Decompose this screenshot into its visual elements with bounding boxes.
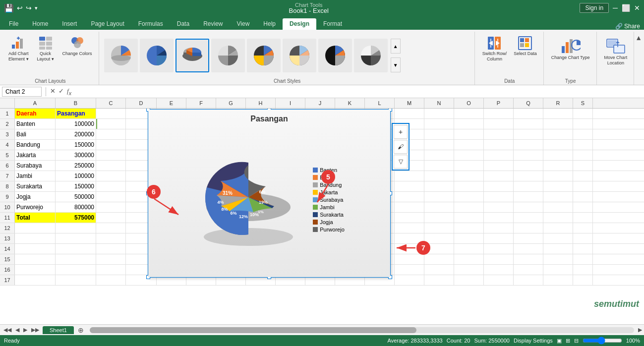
chart-style-7[interactable] [318, 39, 352, 72]
cell-B1[interactable]: Pasangan [56, 109, 96, 118]
view-layout-icon[interactable]: ⊞ [566, 338, 570, 344]
change-colors-button[interactable]: Change Colors [60, 34, 95, 58]
tab-formulas[interactable]: Formulas [131, 18, 170, 30]
col-header-B[interactable]: B [56, 98, 96, 108]
cell-B4[interactable]: 150000 [56, 140, 96, 150]
cell-R1[interactable] [543, 109, 573, 118]
cell-A10[interactable]: Purworejo [15, 202, 56, 212]
col-header-C[interactable]: C [96, 98, 126, 108]
cell-B3[interactable]: 200000 [56, 129, 96, 139]
cell-B5[interactable]: 300000 [56, 150, 96, 160]
tab-home[interactable]: Home [25, 18, 55, 30]
cell-A4[interactable]: Bandung [15, 140, 56, 150]
col-header-A[interactable]: A [15, 98, 56, 108]
cell-S1[interactable] [573, 109, 593, 118]
tab-insert[interactable]: Insert [55, 18, 84, 30]
view-page-break-icon[interactable]: ⊟ [574, 338, 579, 344]
add-sheet-button[interactable]: ⊕ [74, 325, 88, 335]
sheet-tab-1[interactable]: Sheet1 [43, 326, 74, 334]
col-header-F[interactable]: F [186, 98, 216, 108]
cell-B8[interactable]: 150000 [56, 181, 96, 191]
horizontal-scrollbar[interactable] [90, 327, 634, 333]
gallery-up-arrow[interactable]: ▲ [391, 39, 401, 54]
cell-A1[interactable]: Daerah [15, 109, 56, 118]
save-icon[interactable]: 💾 [4, 3, 14, 13]
col-header-Q[interactable]: Q [514, 98, 543, 108]
chart-style-3[interactable] [176, 39, 209, 72]
col-header-N[interactable]: N [424, 98, 454, 108]
cancel-formula-icon[interactable]: ✕ [50, 87, 56, 96]
add-chart-element-button[interactable]: Add ChartElement ▾ [6, 34, 31, 63]
scrollbar-thumb[interactable] [90, 327, 416, 333]
cell-A6[interactable]: Surabaya [15, 161, 56, 171]
col-header-P[interactable]: P [484, 98, 514, 108]
name-box[interactable] [2, 87, 42, 97]
cell-P1[interactable] [484, 109, 514, 118]
chart-add-element-button[interactable]: + [394, 125, 408, 139]
cell-A8[interactable]: Surakarta [15, 181, 56, 191]
move-chart-button[interactable]: Move ChartLocation [602, 34, 630, 82]
tab-review[interactable]: Review [196, 18, 230, 30]
col-header-S[interactable]: S [573, 98, 593, 108]
cell-A5[interactable]: Jakarta [15, 150, 56, 160]
change-chart-type-button[interactable]: Change Chart Type [549, 34, 592, 76]
cell-C1[interactable] [96, 109, 126, 118]
cell-B6[interactable]: 250000 [56, 161, 96, 171]
sign-in-button[interactable]: Sign in [580, 3, 609, 13]
col-header-H[interactable]: H [246, 98, 276, 108]
redo-icon[interactable]: ↪ [26, 4, 32, 12]
switch-row-col-button[interactable]: Switch Row/Column [480, 34, 510, 63]
chart-filters-button[interactable]: ▽ [394, 155, 408, 169]
undo-icon[interactable]: ↩ [17, 4, 23, 12]
gallery-down-arrow[interactable]: ▼ [391, 58, 401, 72]
close-icon[interactable]: ✕ [634, 4, 640, 12]
cell-B10[interactable]: 800000 [56, 202, 96, 212]
chart-style-4[interactable] [211, 39, 245, 72]
col-header-K[interactable]: K [335, 98, 365, 108]
chart-container[interactable]: Pasangan [148, 109, 391, 278]
chart-style-2[interactable] [140, 39, 174, 72]
tab-help[interactable]: Help [256, 18, 283, 30]
col-header-O[interactable]: O [454, 98, 484, 108]
cell-A9[interactable]: Jogja [15, 192, 56, 202]
chart-style-6[interactable] [283, 39, 316, 72]
cell-M1[interactable] [395, 109, 424, 118]
chart-style-8[interactable] [354, 39, 388, 72]
col-header-E[interactable]: E [157, 98, 186, 108]
cell-A11[interactable]: Total [15, 213, 56, 223]
tab-data[interactable]: Data [170, 18, 196, 30]
cell-A7[interactable]: Jambi [15, 171, 56, 181]
zoom-slider[interactable] [583, 337, 622, 345]
cell-C2[interactable] [96, 119, 126, 129]
next-sheet-btn[interactable]: ▶ [22, 326, 29, 334]
insert-function-icon[interactable]: fx [67, 87, 71, 96]
col-header-L[interactable]: L [365, 98, 395, 108]
last-sheet-btn[interactable]: ▶▶ [30, 326, 41, 334]
cell-Q1[interactable] [514, 109, 543, 118]
restore-icon[interactable]: ⬜ [622, 4, 630, 12]
cell-B9[interactable]: 500000 [56, 192, 96, 202]
tab-page-layout[interactable]: Page Layout [84, 18, 131, 30]
quick-layout-button[interactable]: QuickLayout ▾ [33, 34, 58, 63]
share-button[interactable]: 🔗 Share [615, 23, 640, 30]
col-header-M[interactable]: M [395, 98, 424, 108]
tab-format[interactable]: Format [316, 18, 349, 30]
tab-design[interactable]: Design [283, 18, 316, 30]
cell-B7[interactable]: 100000 [56, 171, 96, 181]
confirm-formula-icon[interactable]: ✓ [59, 87, 64, 96]
formula-input[interactable] [73, 87, 642, 96]
minimize-icon[interactable]: ─ [613, 4, 618, 12]
tab-file[interactable]: File [2, 18, 25, 30]
cell-N1[interactable] [424, 109, 454, 118]
scroll-right[interactable]: ▶ [636, 327, 644, 333]
chart-style-1[interactable] [104, 39, 138, 72]
prev-sheet-btn[interactable]: ◀ [14, 326, 21, 334]
chart-style-5[interactable] [247, 39, 281, 72]
col-header-I[interactable]: I [276, 98, 305, 108]
first-sheet-btn[interactable]: ◀◀ [2, 326, 13, 334]
display-settings[interactable]: Display Settings [514, 338, 553, 344]
cell-B2[interactable]: 100000 [56, 119, 96, 129]
ribbon-collapse[interactable]: ▲ [635, 32, 642, 85]
cell-O1[interactable] [454, 109, 484, 118]
cell-A3[interactable]: Bali [15, 129, 56, 139]
